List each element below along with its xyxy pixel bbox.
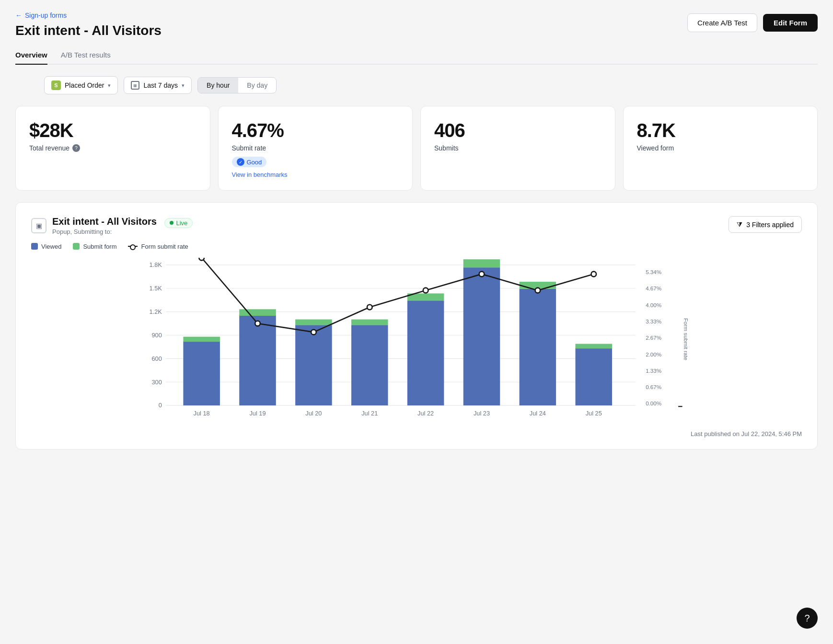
line-point-jul24 xyxy=(535,288,541,293)
filter-funnel-icon: ⧩ xyxy=(737,220,742,229)
top-actions: Create A/B Test Edit Form xyxy=(687,13,818,32)
bar-viewed-jul24 xyxy=(520,288,556,405)
legend-color-viewed xyxy=(31,243,38,250)
by-hour-button[interactable]: By hour xyxy=(198,78,238,93)
metric-value-viewed: 8.7K xyxy=(637,120,804,141)
svg-text:Jul 19: Jul 19 xyxy=(249,410,266,417)
last-published: Last published on Jul 22, 2024, 5:46 PM xyxy=(31,430,802,437)
bar-submit-jul18 xyxy=(183,336,220,342)
time-granularity-toggle: By hour By day xyxy=(197,77,277,93)
legend-viewed: Viewed xyxy=(31,243,61,250)
svg-text:1.8K: 1.8K xyxy=(150,261,162,268)
line-point-jul19 xyxy=(255,321,260,326)
legend-submit-form: Submit form xyxy=(73,243,116,250)
svg-text:Jul 21: Jul 21 xyxy=(361,410,378,417)
chart-card: ▣ Exit intent - All Visitors Live Popup,… xyxy=(15,202,818,449)
svg-text:1.33%: 1.33% xyxy=(646,368,661,374)
svg-text:Jul 23: Jul 23 xyxy=(474,410,490,417)
help-float-button[interactable]: ? xyxy=(797,608,818,629)
create-ab-test-button[interactable]: Create A/B Test xyxy=(687,13,757,32)
metric-value-submit-rate: 4.67% xyxy=(232,120,399,141)
svg-text:Form submit rate: Form submit rate xyxy=(683,318,689,360)
chart-svg: 1.8K 1.5K 1.2K 900 600 300 0 xyxy=(31,258,802,421)
bar-viewed-jul22 xyxy=(407,300,444,405)
form-icon: ▣ xyxy=(31,218,46,233)
chevron-down-icon: ▾ xyxy=(108,82,111,89)
edit-form-button[interactable]: Edit Form xyxy=(763,14,818,32)
benchmark-link[interactable]: View in benchmarks xyxy=(232,171,288,178)
metric-value-submits: 406 xyxy=(434,120,602,141)
help-icon-revenue[interactable]: ? xyxy=(72,144,80,152)
chart-title-text: Exit intent - All Visitors Live Popup, S… xyxy=(52,216,193,235)
bar-viewed-jul19 xyxy=(239,315,276,405)
page-title: Exit intent - All Visitors xyxy=(15,23,162,38)
chart-legend: Viewed Submit form Form submit rate xyxy=(31,243,802,250)
bar-submit-jul25 xyxy=(576,344,613,348)
tabs: Overview A/B Test results xyxy=(15,46,818,65)
goal-filter-button[interactable]: S Placed Order ▾ xyxy=(44,76,118,94)
bar-submit-jul23 xyxy=(463,259,500,267)
chart-title-area: ▣ Exit intent - All Visitors Live Popup,… xyxy=(31,216,193,235)
svg-text:6.00%: 6.00% xyxy=(646,258,661,259)
legend-line-icon xyxy=(128,246,138,247)
chevron-down-icon-period: ▾ xyxy=(182,82,185,89)
top-left: ← Sign-up forms Exit intent - All Visito… xyxy=(15,12,162,38)
svg-text:Jul 20: Jul 20 xyxy=(305,410,322,417)
metric-card-revenue: $28K Total revenue ? xyxy=(15,106,210,191)
chart-area: 1.8K 1.5K 1.2K 900 600 300 0 xyxy=(31,258,802,421)
goal-filter-label: Placed Order xyxy=(65,81,104,89)
svg-text:2.67%: 2.67% xyxy=(646,334,661,341)
period-filter-button[interactable]: ▦ Last 7 days ▾ xyxy=(124,77,192,94)
svg-text:Jul 25: Jul 25 xyxy=(586,410,602,417)
by-day-button[interactable]: By day xyxy=(238,78,276,93)
tab-ab-test-results[interactable]: A/B Test results xyxy=(61,46,111,65)
line-point-jul18 xyxy=(199,258,204,260)
svg-text:600: 600 xyxy=(151,355,162,362)
shopify-icon: S xyxy=(51,80,61,90)
metric-card-submits: 406 Submits xyxy=(420,106,615,191)
metric-label-viewed: Viewed form xyxy=(637,144,804,152)
bar-submit-jul20 xyxy=(295,319,332,325)
back-link-text: Sign-up forms xyxy=(25,12,67,19)
svg-text:2.00%: 2.00% xyxy=(646,351,661,357)
chart-filters-button[interactable]: ⧩ 3 Filters applied xyxy=(729,216,802,233)
svg-text:900: 900 xyxy=(151,331,162,338)
svg-text:0: 0 xyxy=(159,402,162,409)
metric-card-viewed: 8.7K Viewed form xyxy=(623,106,818,191)
chart-header: ▣ Exit intent - All Visitors Live Popup,… xyxy=(31,216,802,235)
metric-label-submit-rate: Submit rate xyxy=(232,144,399,152)
bar-viewed-jul18 xyxy=(183,341,220,405)
svg-text:1.2K: 1.2K xyxy=(150,308,162,315)
svg-text:Jul 22: Jul 22 xyxy=(417,410,434,417)
chart-title: Exit intent - All Visitors xyxy=(52,216,157,227)
live-badge: Live xyxy=(164,218,193,228)
back-arrow-icon: ← xyxy=(15,12,22,19)
bar-submit-jul21 xyxy=(351,319,388,325)
metric-card-submit-rate: 4.67% Submit rate ✓ Good View in benchma… xyxy=(218,106,413,191)
svg-text:0.67%: 0.67% xyxy=(646,384,661,390)
svg-text:Jul 18: Jul 18 xyxy=(194,410,210,417)
top-bar: ← Sign-up forms Exit intent - All Visito… xyxy=(15,12,818,38)
line-point-jul23 xyxy=(479,271,485,276)
metric-label-submits: Submits xyxy=(434,144,602,152)
line-point-jul20 xyxy=(311,329,316,334)
check-icon: ✓ xyxy=(237,158,244,166)
metric-label-revenue: Total revenue ? xyxy=(29,144,197,152)
bar-submit-jul19 xyxy=(239,309,276,316)
legend-color-submit xyxy=(73,243,80,250)
bar-viewed-jul20 xyxy=(295,325,332,405)
good-badge: ✓ Good xyxy=(232,157,267,167)
svg-text:4.00%: 4.00% xyxy=(646,302,661,308)
legend-submit-rate: Form submit rate xyxy=(128,243,188,250)
bar-viewed-jul25 xyxy=(576,348,613,405)
back-link[interactable]: ← Sign-up forms xyxy=(15,12,162,19)
metrics-row: $28K Total revenue ? 4.67% Submit rate ✓… xyxy=(15,106,818,191)
svg-text:4.67%: 4.67% xyxy=(646,285,661,291)
tab-overview[interactable]: Overview xyxy=(15,46,47,65)
calendar-icon: ▦ xyxy=(131,81,139,90)
svg-text:5.34%: 5.34% xyxy=(646,269,661,275)
svg-text:0.00%: 0.00% xyxy=(646,400,661,406)
line-point-jul22 xyxy=(423,288,428,293)
svg-text:3.33%: 3.33% xyxy=(646,318,661,324)
metric-value-revenue: $28K xyxy=(29,120,197,141)
